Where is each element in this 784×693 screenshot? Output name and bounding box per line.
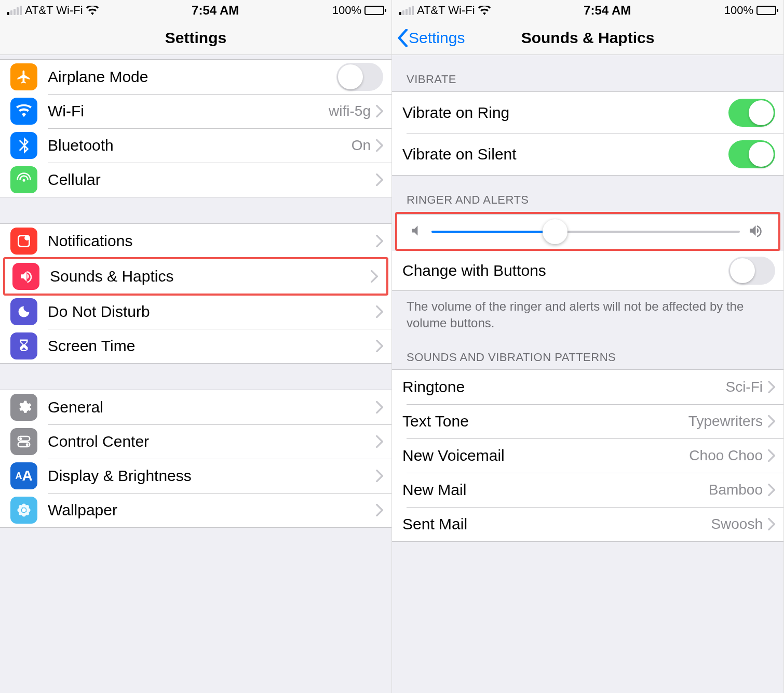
back-label: Settings (409, 29, 465, 47)
sounds-patterns-group: Ringtone Sci-Fi Text Tone Typewriters Ne… (392, 369, 783, 542)
back-button[interactable]: Settings (397, 29, 465, 47)
page-title: Sounds & Haptics (521, 29, 655, 47)
settings-screen: AT&T Wi-Fi 7:54 AM 100% Settings Airplan… (0, 0, 392, 693)
chevron-right-icon (768, 415, 775, 428)
airplane-mode-row[interactable]: Airplane Mode (0, 60, 391, 94)
section-header-patterns: SOUNDS AND VIBRATION PATTERNS (392, 341, 783, 369)
wallpaper-row[interactable]: Wallpaper (0, 493, 391, 527)
chevron-right-icon (376, 401, 383, 414)
chevron-right-icon (376, 174, 383, 186)
new-mail-label: New Mail (402, 481, 709, 499)
ringer-volume-slider-row (397, 214, 778, 249)
dnd-label: Do Not Disturb (48, 303, 376, 321)
dnd-row[interactable]: Do Not Disturb (0, 295, 391, 329)
ringer-footer: The volume of the ringer and alerts will… (392, 291, 783, 341)
vibrate-on-ring-toggle[interactable] (728, 99, 775, 127)
ringer-group: Change with Buttons (392, 251, 783, 291)
airplane-icon (10, 63, 37, 90)
volume-slider[interactable] (431, 231, 740, 233)
chevron-right-icon (376, 305, 383, 318)
speaker-mute-icon (411, 224, 422, 239)
svg-point-13 (19, 512, 23, 516)
section-header-vibrate: VIBRATE (392, 55, 783, 91)
vibrate-on-silent-row[interactable]: Vibrate on Silent (392, 134, 783, 175)
status-bar: AT&T Wi-Fi 7:54 AM 100% (392, 0, 783, 21)
nav-bar: Settings Sounds & Haptics (392, 21, 783, 55)
ringtone-value: Sci-Fi (725, 379, 763, 395)
new-voicemail-label: New Voicemail (402, 447, 689, 464)
general-row[interactable]: General (0, 390, 391, 424)
general-label: General (48, 398, 376, 416)
signal-icon (399, 6, 414, 15)
chevron-right-icon (768, 484, 775, 496)
change-with-buttons-row[interactable]: Change with Buttons (392, 251, 783, 290)
svg-point-1 (24, 236, 29, 241)
cellular-label: Cellular (48, 171, 376, 189)
hourglass-icon (10, 332, 37, 359)
new-voicemail-row[interactable]: New Voicemail Choo Choo (392, 438, 783, 473)
bluetooth-label: Bluetooth (48, 137, 352, 154)
cellular-icon (10, 166, 37, 193)
sounds-haptics-screen: AT&T Wi-Fi 7:54 AM 100% Settings Sounds … (392, 0, 784, 693)
flower-icon (10, 497, 37, 524)
bluetooth-row[interactable]: Bluetooth On (0, 128, 391, 163)
chevron-right-icon (768, 518, 775, 530)
ringtone-row[interactable]: Ringtone Sci-Fi (392, 370, 783, 404)
wallpaper-label: Wallpaper (48, 501, 376, 519)
display-brightness-label: Display & Brightness (48, 467, 376, 485)
wifi-icon (86, 6, 99, 15)
control-center-row[interactable]: Control Center (0, 424, 391, 459)
chevron-right-icon (376, 435, 383, 448)
highlight-volume-slider (395, 212, 780, 251)
text-size-icon: AA (10, 462, 37, 489)
battery-icon (756, 6, 776, 15)
bluetooth-detail: On (352, 137, 371, 154)
wifi-row-icon (10, 98, 37, 125)
vibrate-on-silent-toggle[interactable] (728, 140, 775, 168)
wifi-row[interactable]: Wi-Fi wifi-5g (0, 94, 391, 128)
highlight-sounds-row: Sounds & Haptics (3, 257, 388, 296)
svg-point-6 (22, 508, 26, 512)
signal-icon (7, 6, 22, 15)
bluetooth-icon (10, 132, 37, 159)
change-with-buttons-toggle[interactable] (728, 257, 775, 285)
time-label: 7:54 AM (192, 3, 239, 18)
new-mail-value: Bamboo (709, 482, 763, 498)
toggles-icon (10, 428, 37, 455)
display-brightness-row[interactable]: AA Display & Brightness (0, 459, 391, 493)
speaker-loud-icon (749, 224, 765, 239)
svg-point-12 (25, 505, 30, 509)
section-header-ringer: RINGER AND ALERTS (392, 176, 783, 212)
chevron-right-icon (376, 235, 383, 247)
battery-label: 100% (724, 4, 753, 17)
new-mail-row[interactable]: New Mail Bamboo (392, 473, 783, 507)
sent-mail-row[interactable]: Sent Mail Swoosh (392, 507, 783, 541)
chevron-right-icon (376, 105, 383, 117)
airplane-mode-toggle[interactable] (336, 63, 383, 91)
vibrate-on-ring-label: Vibrate on Ring (402, 104, 728, 122)
screentime-label: Screen Time (48, 337, 376, 355)
text-tone-value: Typewriters (688, 413, 763, 430)
change-with-buttons-label: Change with Buttons (402, 262, 728, 279)
sounds-label: Sounds & Haptics (50, 268, 371, 285)
carrier-label: AT&T Wi-Fi (25, 4, 83, 17)
vibrate-on-silent-label: Vibrate on Silent (402, 145, 728, 163)
battery-label: 100% (332, 4, 361, 17)
airplane-mode-label: Airplane Mode (48, 68, 336, 86)
text-tone-row[interactable]: Text Tone Typewriters (392, 404, 783, 438)
screentime-row[interactable]: Screen Time (0, 329, 391, 363)
chevron-right-icon (376, 504, 383, 516)
sounds-haptics-row[interactable]: Sounds & Haptics (5, 259, 386, 294)
time-label: 7:54 AM (584, 3, 631, 18)
notifications-row[interactable]: Notifications (0, 224, 391, 258)
svg-point-11 (19, 505, 23, 509)
ringtone-label: Ringtone (402, 378, 725, 396)
vibrate-on-ring-row[interactable]: Vibrate on Ring (392, 92, 783, 134)
wifi-label: Wi-Fi (48, 102, 329, 120)
chevron-right-icon (376, 139, 383, 152)
chevron-right-icon (371, 270, 378, 283)
svg-point-5 (26, 443, 29, 446)
settings-group-network: Airplane Mode Wi-Fi wifi-5g Bluetooth On (0, 59, 391, 197)
chevron-right-icon (768, 381, 775, 393)
cellular-row[interactable]: Cellular (0, 163, 391, 197)
